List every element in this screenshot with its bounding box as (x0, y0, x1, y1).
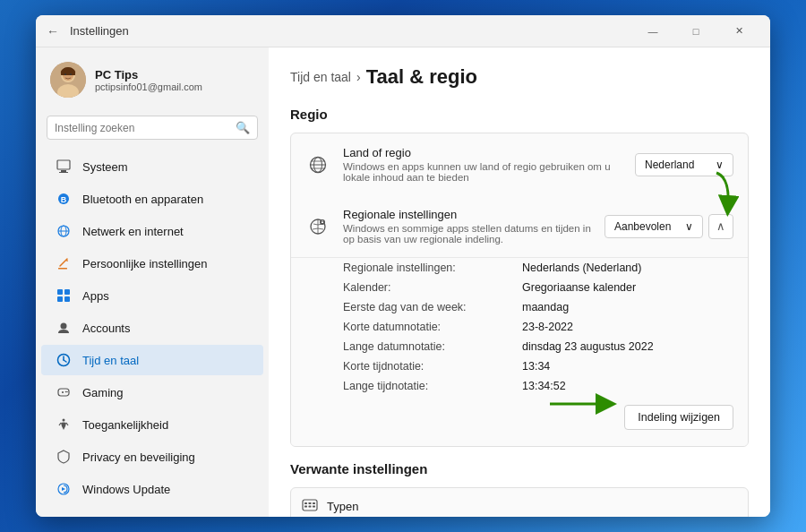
close-button[interactable]: ✕ (718, 19, 759, 44)
tijd-label: Tijd en taal (82, 354, 139, 367)
sidebar-item-bluetooth[interactable]: B Bluetooth en apparaten (41, 184, 263, 214)
land-value: Nederland (645, 159, 694, 171)
land-desc: Windows en apps kunnen uw land of regio … (343, 161, 622, 183)
sidebar-item-tijd[interactable]: Tijd en taal (41, 345, 263, 375)
typen-item[interactable]: Typen (290, 487, 749, 517)
svg-point-28 (65, 391, 67, 393)
svg-rect-8 (59, 172, 68, 173)
sidebar-item-accounts[interactable]: Accounts (41, 313, 263, 343)
sidebar: PC Tips pctipsinfo01@gmail.com 🔍 Systeem… (36, 47, 269, 517)
sidebar-item-persoonlijke[interactable]: Persoonlijke instellingen (41, 248, 263, 279)
user-email: pctipsinfo01@gmail.com (95, 82, 202, 92)
sidebar-item-gaming[interactable]: Gaming (41, 377, 263, 408)
detail-label-4: Lange datumnotatie: (343, 340, 522, 353)
detail-value-2: maandag (522, 301, 569, 313)
bluetooth-label: Bluetooth en apparaten (82, 193, 203, 206)
sidebar-item-apps[interactable]: Apps (41, 280, 263, 311)
content-area: Tijd en taal › Taal & regio Regio Land o… (269, 47, 770, 517)
verwante-title: Verwante instellingen (290, 461, 749, 476)
svg-point-30 (63, 419, 65, 422)
back-button[interactable]: ← (47, 24, 59, 39)
sidebar-item-systeem[interactable]: Systeem (41, 151, 263, 182)
detail-label-0: Regionale instellingen: (343, 262, 522, 274)
detail-value-5: 13:34 (522, 360, 550, 373)
land-control: Nederland ∨ (635, 153, 733, 176)
detail-value-1: Gregoriaanse kalender (522, 281, 636, 294)
svg-point-4 (64, 73, 66, 75)
svg-rect-14 (58, 268, 67, 270)
svg-rect-17 (57, 289, 63, 295)
gaming-icon (56, 384, 72, 400)
regional-desc: Windows en sommige apps stellen datums e… (343, 223, 592, 245)
settings-window: ← Instellingen — □ ✕ (36, 15, 770, 517)
title-bar: ← Instellingen — □ ✕ (36, 15, 770, 47)
regional-title: Regionale instellingen (343, 208, 592, 221)
regional-row-wrapper: Regionale instellingen Windows en sommig… (291, 195, 748, 257)
minimize-button[interactable]: — (632, 19, 673, 44)
search-icon: 🔍 (236, 121, 250, 134)
land-text: Land of regio Windows en apps kunnen uw … (343, 146, 622, 183)
accounts-label: Accounts (82, 322, 130, 335)
regional-expand-button[interactable]: ∧ (708, 214, 733, 239)
detail-row-1: Kalender: Gregoriaanse kalender (343, 278, 733, 297)
systeem-label: Systeem (82, 160, 128, 174)
windows-update-icon (56, 481, 72, 497)
user-section: PC Tips pctipsinfo01@gmail.com (36, 55, 269, 112)
window-title: Instellingen (70, 24, 632, 38)
svg-rect-49 (304, 502, 307, 504)
regio-card: Land of regio Windows en apps kunnen uw … (290, 133, 749, 447)
search-input[interactable] (55, 122, 230, 134)
regional-value: Aanbevolen (614, 220, 671, 233)
land-dropdown[interactable]: Nederland ∨ (635, 153, 733, 176)
svg-rect-50 (309, 502, 312, 504)
detail-value-0: Nederlands (Nederland) (522, 262, 641, 274)
wijzigen-row: Indeling wijzigen (343, 396, 733, 433)
sidebar-item-windows-update[interactable]: Windows Update (41, 474, 263, 504)
land-row: Land of regio Windows en apps kunnen uw … (291, 133, 748, 195)
detail-value-3: 23-8-2022 (522, 321, 573, 333)
expand-icon: ∧ (716, 219, 725, 233)
detail-label-5: Korte tijdnotatie: (343, 360, 522, 373)
svg-rect-54 (313, 506, 315, 508)
detail-row-6: Lange tijdnotatie: 13:34:52 (343, 376, 733, 396)
svg-rect-48 (303, 500, 317, 511)
windows-update-label: Windows Update (82, 483, 170, 496)
user-info: PC Tips pctipsinfo01@gmail.com (95, 68, 202, 92)
sidebar-item-privacy[interactable]: Privacy en beveiliging (41, 442, 263, 472)
avatar (50, 62, 86, 98)
main-content: PC Tips pctipsinfo01@gmail.com 🔍 Systeem… (36, 47, 770, 517)
sidebar-item-toegankelijkheid[interactable]: Toegankelijkheid (41, 409, 263, 440)
regional-chevron: ∨ (685, 220, 693, 233)
gaming-label: Gaming (82, 386, 124, 399)
search-box[interactable]: 🔍 (47, 116, 258, 140)
svg-rect-7 (61, 170, 66, 172)
regional-row: Regionale instellingen Windows en sommig… (291, 195, 748, 257)
regional-text: Regionale instellingen Windows en sommig… (343, 208, 592, 245)
verwante-section: Verwante instellingen Typen (290, 461, 749, 517)
sidebar-item-netwerk[interactable]: Netwerk en internet (41, 216, 263, 246)
user-name: PC Tips (95, 68, 202, 82)
typen-label: Typen (327, 500, 358, 513)
svg-line-24 (64, 360, 66, 362)
svg-point-29 (66, 391, 68, 393)
apps-icon (56, 287, 72, 304)
svg-rect-51 (313, 502, 315, 504)
wijzigen-button[interactable]: Indeling wijzigen (624, 405, 733, 430)
detail-row-3: Korte datumnotatie: 23-8-2022 (343, 317, 733, 337)
netwerk-icon (56, 223, 72, 239)
apps-label: Apps (82, 289, 109, 303)
detail-value-4: dinsdag 23 augustus 2022 (522, 340, 654, 353)
maximize-button[interactable]: □ (675, 19, 716, 44)
regio-section-title: Regio (290, 107, 749, 122)
land-chevron: ∨ (716, 159, 724, 171)
detail-value-6: 13:34:52 (522, 380, 566, 392)
netwerk-label: Netwerk en internet (82, 225, 184, 238)
land-icon (305, 152, 330, 177)
svg-rect-19 (57, 296, 63, 302)
svg-rect-18 (64, 289, 70, 295)
regional-dropdown[interactable]: Aanbevolen ∨ (604, 215, 703, 238)
privacy-icon (56, 449, 72, 465)
regional-details: Regionale instellingen: Nederlands (Nede… (291, 257, 748, 446)
breadcrumb-current: Taal & regio (366, 65, 477, 89)
svg-text:B: B (61, 195, 67, 204)
